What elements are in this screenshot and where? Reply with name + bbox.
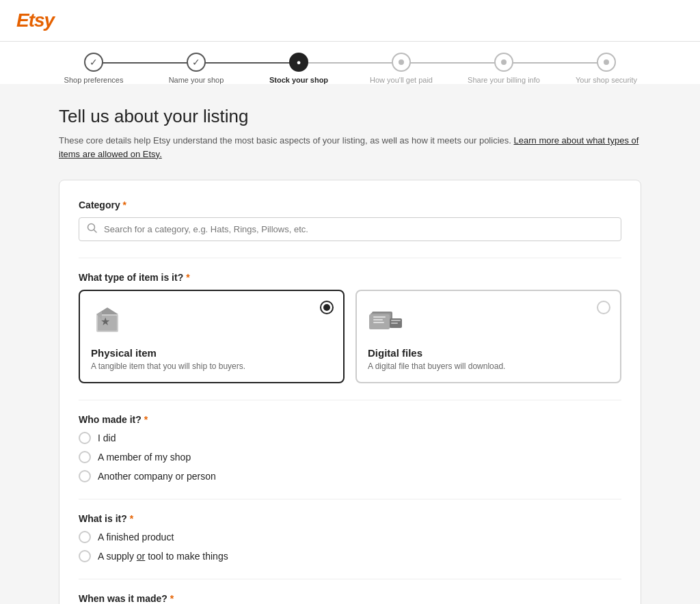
who-made-label: Who made it? * (79, 414, 621, 425)
checkmark-icon (90, 57, 98, 68)
category-required: * (123, 200, 126, 210)
step-label-share-billing-info: Share your billing info (468, 76, 540, 84)
progress-bar-section: Shop preferences Name your shop ● Stock … (0, 42, 700, 84)
step-circle-name-your-shop (187, 53, 206, 72)
radio-digital-dot (597, 301, 610, 314)
physical-item-name: Physical item (91, 347, 332, 359)
divider-3 (79, 499, 621, 499)
page-description-text: These core details help Etsy understand … (59, 135, 511, 146)
who-made-label-member: A member of my shop (98, 452, 191, 463)
who-made-option-another[interactable]: Another company or person (79, 470, 621, 482)
radio-circle-another (79, 470, 91, 482)
step-connector-5 (504, 62, 606, 64)
who-made-label-i-did: I did (98, 433, 116, 443)
step-share-billing-info: Share your billing info (453, 53, 555, 84)
what-is-it-label: What is it? * (79, 513, 621, 524)
step-circle-shop-preferences (84, 53, 103, 72)
step-dot-6 (604, 59, 609, 65)
page-description: These core details help Etsy understand … (59, 134, 641, 161)
supply-or-link[interactable]: or (137, 551, 145, 562)
when-made-required: * (170, 593, 174, 604)
what-is-it-required: * (130, 513, 133, 524)
divider-2 (79, 400, 621, 400)
step-label-shop-preferences: Shop preferences (64, 76, 124, 84)
radio-circle-finished (79, 531, 91, 543)
radio-circle-supply (79, 550, 91, 562)
header: Etsy (0, 0, 700, 42)
step-label-how-youll-get-paid: How you'll get paid (370, 76, 433, 84)
step-dot-5 (501, 59, 507, 65)
svg-rect-11 (373, 319, 383, 320)
item-type-physical[interactable]: ★ Physical item A tangible item that you… (79, 290, 345, 383)
step-dot-4 (399, 59, 404, 65)
step-name-your-shop: Name your shop (145, 53, 247, 84)
step-circle-stock-your-shop: ● (289, 53, 308, 72)
what-is-it-label-supply: A supply or tool to make things (98, 551, 228, 562)
step-circle-share-billing-info (494, 53, 513, 72)
who-made-option-member[interactable]: A member of my shop (79, 451, 621, 463)
radio-physical-dot (320, 301, 334, 314)
digital-item-desc: A digital file that buyers will download… (368, 361, 609, 371)
item-type-label: What type of item is it? * (79, 272, 621, 283)
radio-circle-member (79, 451, 91, 463)
digital-item-name: Digital files (368, 347, 609, 359)
svg-rect-12 (373, 322, 384, 323)
who-made-option-i-did[interactable]: I did (79, 432, 621, 444)
step-shop-preferences: Shop preferences (42, 53, 145, 84)
who-made-section: Who made it? * I did A member of my shop… (79, 414, 621, 482)
step-connector-4 (401, 62, 504, 64)
step-connector-1 (94, 62, 196, 64)
main-content: Tell us about your listing These core de… (42, 84, 658, 604)
checkmark-icon-2 (192, 57, 200, 68)
svg-rect-10 (373, 316, 386, 318)
physical-item-desc: A tangible item that you will ship to bu… (91, 361, 332, 371)
step-connector-3 (299, 62, 401, 64)
svg-line-1 (94, 230, 97, 232)
svg-rect-15 (391, 322, 398, 324)
who-made-required: * (144, 414, 148, 425)
svg-rect-14 (391, 320, 401, 321)
item-type-required: * (186, 272, 189, 283)
radio-circle-i-did (79, 432, 91, 444)
step-shop-security: Your shop security (555, 53, 658, 84)
divider-1 (79, 258, 621, 258)
search-icon (87, 223, 98, 236)
etsy-logo: Etsy (16, 10, 54, 31)
progress-steps: Shop preferences Name your shop ● Stock … (42, 53, 658, 84)
step-circle-shop-security (597, 53, 616, 72)
step-number-active: ● (297, 58, 301, 66)
svg-text:★: ★ (100, 316, 110, 327)
category-search-wrapper (79, 217, 621, 241)
when-made-label: When was it made? * (79, 593, 621, 604)
step-stock-your-shop: ● Stock your shop (247, 53, 350, 84)
divider-4 (79, 579, 621, 579)
category-label: Category * (79, 200, 621, 210)
listing-form-card: Category * What type of item is it? * (59, 180, 641, 604)
step-label-stock-your-shop: Stock your shop (269, 76, 328, 84)
item-type-section: What type of item is it? * ★ Physical (79, 272, 621, 383)
what-is-it-option-supply[interactable]: A supply or tool to make things (79, 550, 621, 562)
step-label-name-your-shop: Name your shop (169, 76, 224, 84)
step-how-youll-get-paid: How you'll get paid (350, 53, 453, 84)
physical-item-icon: ★ (91, 302, 129, 340)
step-connector-2 (196, 62, 299, 64)
what-is-it-section: What is it? * A finished product A suppl… (79, 513, 621, 562)
step-label-shop-security: Your shop security (576, 76, 637, 84)
who-made-label-another: Another company or person (98, 471, 216, 482)
page-title: Tell us about your listing (59, 106, 641, 127)
what-is-it-label-finished: A finished product (98, 532, 174, 543)
what-is-it-option-finished[interactable]: A finished product (79, 531, 621, 543)
when-made-section: When was it made? * When did you make it… (79, 593, 621, 604)
step-circle-how-youll-get-paid (392, 53, 411, 72)
digital-item-icon (368, 302, 406, 340)
item-type-digital[interactable]: Digital files A digital file that buyers… (355, 290, 621, 383)
item-type-options: ★ Physical item A tangible item that you… (79, 290, 621, 383)
category-search-input[interactable] (79, 217, 621, 241)
